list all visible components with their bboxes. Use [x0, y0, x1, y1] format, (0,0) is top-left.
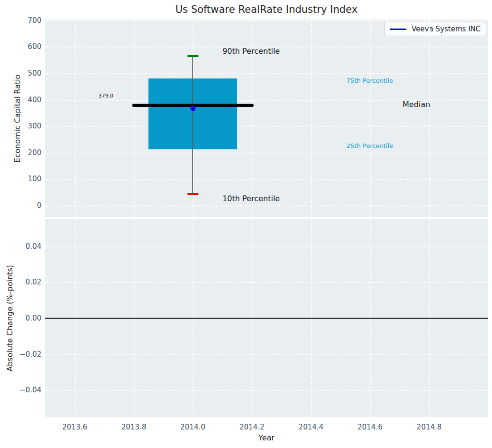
x-tick-label: 2013.6 — [62, 423, 88, 431]
gridline-vertical — [134, 19, 135, 217]
gridline-horizontal — [45, 179, 488, 180]
annotation-75th-percentile: 75th Percentile — [346, 77, 393, 84]
gridline-vertical — [370, 19, 371, 217]
y-tick-label: 100 — [11, 175, 41, 183]
x-tick-label: 2014.8 — [417, 423, 442, 431]
x-tick-label: 2014.4 — [298, 423, 324, 431]
cap-90th-percentile — [187, 55, 198, 57]
legend-line-swatch — [390, 29, 406, 30]
gridline-horizontal — [45, 20, 488, 21]
y-tick-label: 400 — [11, 96, 41, 104]
gridline-vertical — [75, 19, 76, 217]
gridline-horizontal — [45, 282, 488, 283]
gridline-horizontal — [45, 153, 488, 154]
x-tick-label: 2013.8 — [121, 423, 147, 431]
y-tick-label: 0.04 — [11, 242, 41, 251]
gridline-horizontal — [45, 390, 488, 391]
bottom-plot-area — [45, 219, 488, 417]
y-tick-label: −0.04 — [11, 386, 41, 394]
annotation-379-0: 379.0 — [98, 93, 114, 99]
y-tick-label: 500 — [11, 69, 41, 78]
gridline-horizontal — [45, 246, 488, 247]
chart-title: Us Software RealRate Industry Index — [175, 4, 357, 15]
y-tick-label: 700 — [11, 16, 41, 25]
figure: Us Software RealRate Industry Index Econ… — [0, 0, 492, 448]
y-tick-label: −0.02 — [11, 350, 41, 359]
y-tick-label: 0 — [11, 201, 41, 210]
company-marker — [190, 106, 196, 111]
annotation-90th-percentile: 90th Percentile — [222, 46, 280, 55]
y-tick-label: 0.00 — [11, 314, 41, 322]
y-tick-label: 200 — [11, 148, 41, 157]
legend-label: Veeva Systems INC — [412, 25, 481, 33]
x-axis-label: Year — [258, 433, 275, 442]
legend: Veeva Systems INC — [384, 22, 486, 36]
y-tick-label: 300 — [11, 122, 41, 130]
x-tick-label: 2014.0 — [180, 423, 206, 431]
gridline-horizontal — [45, 354, 488, 355]
gridline-horizontal — [45, 73, 488, 74]
cap-10th-percentile — [187, 193, 198, 195]
gridline-vertical — [311, 19, 312, 217]
whisker-line — [192, 56, 193, 194]
zero-line — [45, 318, 488, 319]
gridline-vertical — [429, 19, 430, 217]
y-tick-label: 600 — [11, 42, 41, 51]
gridline-horizontal — [45, 205, 488, 206]
y-tick-label: 0.02 — [11, 278, 41, 286]
annotation-10th-percentile: 10th Percentile — [222, 194, 280, 203]
x-tick-label: 2014.6 — [357, 423, 383, 431]
annotation-median: Median — [403, 99, 430, 108]
top-plot-area: Veeva Systems INC 90th Percentile10th Pe… — [45, 19, 488, 217]
x-tick-label: 2014.2 — [239, 423, 265, 431]
gridline-horizontal — [45, 126, 488, 127]
annotation-25th-percentile: 25th Percentile — [346, 142, 393, 149]
